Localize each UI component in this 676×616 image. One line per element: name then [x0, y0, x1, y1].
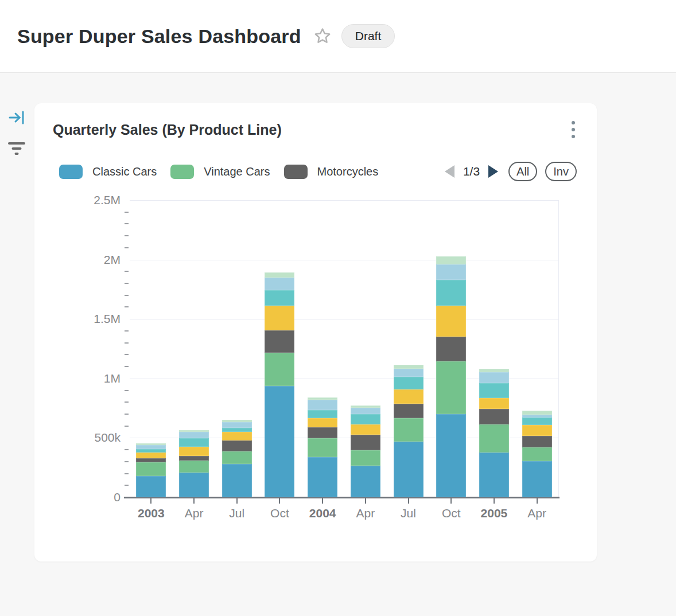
bar-segment[interactable] — [308, 457, 337, 497]
bar-segment[interactable] — [479, 383, 509, 398]
bar-segment[interactable] — [136, 453, 166, 458]
bar-segment[interactable] — [222, 464, 252, 497]
x-axis-tick — [279, 498, 280, 504]
bar-segment[interactable] — [308, 400, 337, 410]
bar-segment[interactable] — [479, 453, 509, 497]
favorite-star-icon[interactable] — [313, 26, 332, 46]
bar-segment[interactable] — [522, 447, 552, 461]
bar-segment[interactable] — [136, 443, 166, 445]
bar-segment[interactable] — [394, 389, 424, 403]
bar-segment[interactable] — [522, 461, 552, 497]
bar-segment[interactable] — [136, 476, 166, 497]
collapse-right-icon[interactable] — [7, 108, 26, 127]
bar-segment[interactable] — [136, 462, 166, 476]
bar-segment[interactable] — [351, 414, 380, 424]
chart-card: Quarterly Sales (By Product Line) Classi… — [34, 103, 597, 562]
legend-select-all-button[interactable]: All — [508, 162, 537, 181]
legend-item[interactable]: Vintage Cars — [170, 165, 270, 179]
bar-segment[interactable] — [265, 386, 294, 497]
x-axis-tick — [408, 498, 409, 504]
bar-segment[interactable] — [265, 272, 294, 278]
bar-segment[interactable] — [436, 264, 466, 280]
bar-segment[interactable] — [436, 414, 466, 497]
bar-segment[interactable] — [179, 430, 209, 432]
bar-segment[interactable] — [265, 353, 294, 386]
bar-segment[interactable] — [308, 438, 337, 457]
bar-segment[interactable] — [436, 280, 466, 306]
bar-segment[interactable] — [522, 411, 552, 415]
bar-segment[interactable] — [351, 408, 380, 414]
kebab-menu-icon[interactable] — [566, 119, 581, 140]
y-minor-tick — [125, 306, 129, 307]
bar-segment[interactable] — [136, 445, 166, 450]
bar-segment[interactable] — [522, 425, 552, 436]
bar-segment[interactable] — [222, 451, 252, 464]
bar-segment[interactable] — [136, 449, 166, 453]
legend-item[interactable]: Classic Cars — [59, 165, 157, 179]
x-axis-tick — [236, 498, 238, 504]
bar-segment[interactable] — [394, 404, 424, 419]
bar-segment[interactable] — [522, 418, 552, 425]
bar-segment[interactable] — [222, 422, 252, 428]
bar-segment[interactable] — [351, 424, 380, 434]
x-axis-tick — [150, 498, 151, 504]
bar-segment[interactable] — [394, 418, 424, 442]
bar-segment[interactable] — [308, 397, 337, 400]
bar-segment[interactable] — [265, 330, 294, 353]
bar-segment[interactable] — [394, 442, 424, 497]
filter-icon[interactable] — [7, 139, 26, 157]
bar-segment[interactable] — [179, 461, 209, 473]
bar-segment[interactable] — [265, 306, 294, 330]
y-minor-tick — [125, 485, 129, 486]
bar-segment[interactable] — [479, 409, 509, 425]
bar-segment[interactable] — [222, 440, 252, 451]
legend-item[interactable]: Motorcycles — [284, 165, 379, 179]
plot-right-border — [558, 200, 559, 497]
bar-segment[interactable] — [394, 365, 424, 369]
y-minor-tick — [125, 390, 129, 391]
legend-label: Classic Cars — [92, 165, 157, 178]
bar-segment[interactable] — [436, 361, 466, 414]
bar-segment[interactable] — [179, 438, 209, 447]
bar-segment[interactable] — [351, 435, 380, 450]
bar-segment[interactable] — [179, 473, 209, 497]
app-header: Super Duper Sales Dashboard Draft — [0, 0, 676, 73]
bar-segment[interactable] — [222, 428, 252, 432]
bar-segment[interactable] — [265, 290, 294, 306]
bar-segment[interactable] — [394, 377, 424, 389]
bar-segment[interactable] — [222, 420, 252, 422]
bar-segment[interactable] — [179, 432, 209, 438]
bar-segment[interactable] — [136, 458, 166, 462]
y-minor-tick — [125, 212, 129, 213]
y-minor-tick — [125, 366, 129, 367]
bar-segment[interactable] — [351, 466, 380, 497]
bar-segment[interactable] — [479, 398, 509, 408]
bar-segment[interactable] — [308, 410, 337, 418]
gridline — [130, 260, 558, 260]
bar-segment[interactable] — [308, 427, 337, 438]
legend-label: Motorcycles — [317, 165, 379, 178]
x-axis-tick — [365, 498, 366, 504]
bar-segment[interactable] — [436, 256, 466, 264]
legend-pager: 1/3 All Inv — [445, 162, 577, 181]
legend-prev-icon[interactable] — [445, 165, 454, 178]
bar-segment[interactable] — [222, 432, 252, 440]
legend-invert-button[interactable]: Inv — [545, 162, 577, 181]
bar-segment[interactable] — [179, 447, 209, 456]
bar-segment[interactable] — [436, 306, 466, 337]
bar-segment[interactable] — [351, 406, 380, 408]
y-axis-label: 1.5M — [52, 312, 121, 326]
legend-next-icon[interactable] — [488, 165, 498, 178]
bar-segment[interactable] — [479, 424, 509, 452]
bar-segment[interactable] — [308, 418, 337, 427]
bar-segment[interactable] — [351, 450, 380, 466]
bar-segment[interactable] — [265, 278, 294, 290]
y-minor-tick — [125, 235, 129, 236]
bar-segment[interactable] — [522, 436, 552, 447]
bar-segment[interactable] — [522, 415, 552, 418]
bar-segment[interactable] — [394, 369, 424, 377]
bar-segment[interactable] — [179, 456, 209, 461]
bar-segment[interactable] — [479, 369, 509, 373]
bar-segment[interactable] — [479, 372, 509, 383]
bar-segment[interactable] — [436, 337, 466, 361]
